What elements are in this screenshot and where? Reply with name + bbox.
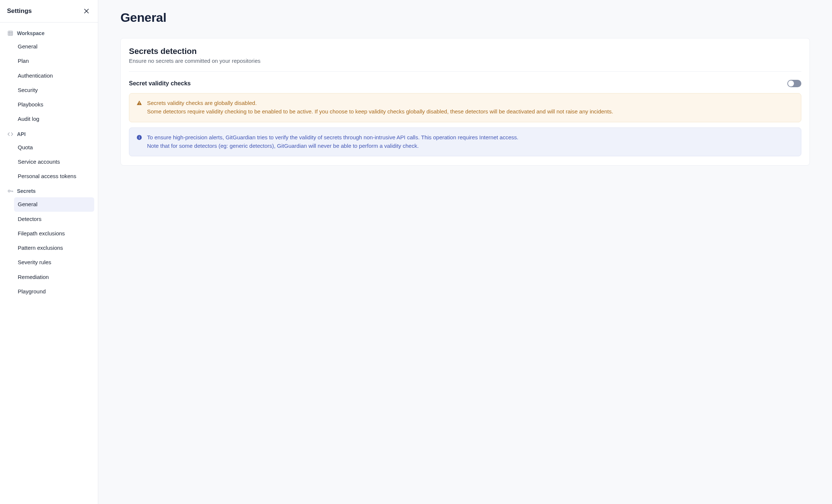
nav-section-label: API (17, 131, 25, 137)
svg-point-7 (8, 190, 10, 192)
sidebar-item-playground[interactable]: Playground (14, 285, 94, 299)
info-body: To ensure high-precision alerts, GitGuar… (147, 133, 518, 150)
nav-section-label: Workspace (17, 30, 44, 36)
close-icon (83, 8, 90, 14)
sidebar-item-service-accounts[interactable]: Service accounts (14, 155, 94, 169)
warning-line-2: Some detectors require validity checking… (147, 107, 613, 116)
workspace-icon (7, 30, 13, 36)
card-subtitle: Ensure no secrets are committed on your … (129, 58, 801, 64)
nav-list-secrets: General Detectors Filepath exclusions Pa… (14, 197, 94, 299)
nav-section-secrets: Secrets General Detectors Filepath exclu… (4, 185, 94, 299)
page-title: General (120, 10, 810, 25)
sidebar-title: Settings (7, 7, 32, 15)
api-icon (7, 131, 13, 137)
secrets-detection-card: Secrets detection Ensure no secrets are … (120, 38, 810, 166)
nav-section-header-workspace[interactable]: Workspace (4, 27, 94, 40)
nav-list-api: Quota Service accounts Personal access t… (14, 140, 94, 184)
sidebar-item-personal-access-tokens[interactable]: Personal access tokens (14, 169, 94, 183)
sidebar-item-secrets-general[interactable]: General (14, 197, 94, 211)
warning-icon (136, 100, 143, 106)
sidebar-item-remediation[interactable]: Remediation (14, 270, 94, 284)
sidebar-item-audit-log[interactable]: Audit log (14, 112, 94, 126)
sidebar-item-general[interactable]: General (14, 40, 94, 54)
setting-label: Secret validity checks (129, 80, 191, 87)
svg-rect-14 (139, 137, 139, 139)
info-line-1: To ensure high-precision alerts, GitGuar… (147, 133, 518, 142)
validity-info-notice: To ensure high-precision alerts, GitGuar… (129, 127, 801, 157)
main-content: General Secrets detection Ensure no secr… (98, 0, 832, 504)
info-icon (136, 134, 143, 141)
sidebar-item-filepath-exclusions[interactable]: Filepath exclusions (14, 227, 94, 241)
sidebar-item-security[interactable]: Security (14, 83, 94, 97)
sidebar-header: Settings (0, 0, 98, 23)
sidebar-item-quota[interactable]: Quota (14, 140, 94, 154)
sidebar-item-playbooks[interactable]: Playbooks (14, 98, 94, 112)
nav-section-workspace: Workspace General Plan Authentication Se… (4, 27, 94, 126)
sidebar-scroll: Workspace General Plan Authentication Se… (0, 23, 98, 307)
close-sidebar-button[interactable] (82, 6, 91, 16)
card-title: Secrets detection (129, 47, 801, 56)
nav-section-header-secrets[interactable]: Secrets (4, 185, 94, 197)
sidebar-item-detectors[interactable]: Detectors (14, 212, 94, 226)
info-line-2: Note that for some detectors (eg: generi… (147, 142, 518, 150)
svg-rect-15 (139, 136, 139, 136)
nav-list-workspace: General Plan Authentication Security Pla… (14, 40, 94, 126)
secret-validity-setting-row: Secret validity checks (129, 80, 801, 87)
svg-rect-11 (139, 102, 139, 103)
secrets-icon (7, 188, 13, 194)
card-divider (129, 71, 801, 72)
svg-rect-2 (8, 31, 13, 35)
sidebar-item-severity-rules[interactable]: Severity rules (14, 255, 94, 269)
secret-validity-toggle[interactable] (787, 80, 801, 87)
sidebar-item-plan[interactable]: Plan (14, 54, 94, 68)
svg-rect-12 (139, 104, 139, 104)
nav-section-label: Secrets (17, 188, 36, 194)
app-root: Settings Workspace General Plan (0, 0, 832, 504)
settings-sidebar: Settings Workspace General Plan (0, 0, 98, 504)
sidebar-item-pattern-exclusions[interactable]: Pattern exclusions (14, 241, 94, 255)
warning-line-1: Secrets validity checks are globally dis… (147, 99, 613, 107)
nav-section-header-api[interactable]: API (4, 128, 94, 140)
validity-disabled-warning: Secrets validity checks are globally dis… (129, 93, 801, 122)
sidebar-item-authentication[interactable]: Authentication (14, 69, 94, 83)
warning-body: Secrets validity checks are globally dis… (147, 99, 613, 116)
nav-section-api: API Quota Service accounts Personal acce… (4, 128, 94, 184)
